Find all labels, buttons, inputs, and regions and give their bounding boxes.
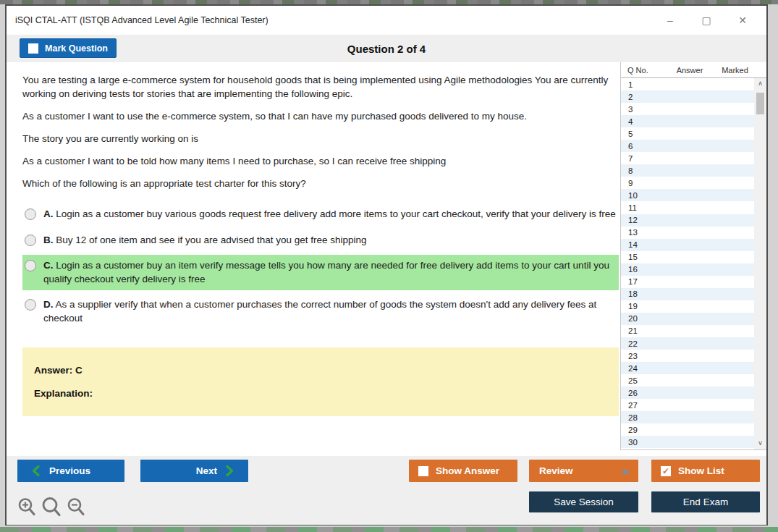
question-list-row[interactable]: 7: [621, 152, 754, 164]
question-list-row[interactable]: 25: [621, 374, 754, 387]
header-bar: Mark Question Question 2 of 4: [7, 35, 766, 62]
question-list-row[interactable]: 1: [621, 78, 754, 90]
option-c-text: C. Login as a customer buy an item verif…: [43, 259, 616, 286]
question-list-row[interactable]: 28: [621, 411, 754, 423]
question-list-row[interactable]: 21: [621, 325, 754, 337]
review-button[interactable]: Review: [529, 460, 638, 482]
question-list-row[interactable]: 11: [621, 201, 754, 214]
column-answer: Answer: [666, 66, 714, 75]
question-list-row[interactable]: 14: [621, 239, 754, 251]
option-d-body: As a supplier verify that when a custome…: [43, 299, 596, 324]
question-number: 17: [621, 277, 638, 286]
app-window: iSQI CTAL-ATT (ISTQB Advanced Level Agil…: [5, 4, 768, 525]
question-list-row[interactable]: 2: [621, 90, 754, 103]
question-number: 8: [621, 166, 633, 175]
save-session-label: Save Session: [554, 497, 614, 507]
question-list-scrollbar[interactable]: ∧ ∨: [754, 78, 766, 449]
close-icon[interactable]: ✕: [736, 14, 749, 27]
question-list-row[interactable]: 5: [621, 127, 754, 140]
question-list-row[interactable]: 22: [621, 337, 754, 350]
option-c-body: Login as a customer buy an item verify m…: [43, 260, 609, 284]
question-number: 21: [621, 326, 638, 335]
answer-box: Answer: C Explanation:: [22, 347, 619, 416]
question-list-row[interactable]: 4: [621, 115, 754, 127]
question-number: 2: [621, 93, 633, 101]
zoom-reset-icon[interactable]: [41, 497, 62, 518]
question-list-row[interactable]: 29: [621, 423, 754, 436]
question-list-row[interactable]: 10: [621, 189, 754, 201]
maximize-icon[interactable]: ▢: [700, 14, 713, 27]
scrollbar-thumb[interactable]: [756, 93, 764, 114]
question-list-body: 1234567891011121314151617181920212223242…: [621, 78, 754, 449]
question-number: 20: [621, 314, 638, 323]
question-number: 22: [621, 339, 638, 348]
question-list-row[interactable]: 6: [621, 140, 754, 152]
option-b-body: Buy 12 of one item and see if you are ad…: [56, 235, 366, 245]
option-d-radio[interactable]: [25, 299, 36, 311]
main-area: You are testing a large e-commerce syste…: [7, 62, 766, 456]
question-list-row[interactable]: 16: [621, 263, 754, 276]
end-exam-button[interactable]: End Exam: [651, 491, 760, 512]
question-number: 29: [621, 426, 638, 434]
question-number: 19: [621, 302, 638, 311]
question-number: 24: [621, 364, 638, 373]
question-number: 14: [621, 240, 638, 249]
option-b-radio[interactable]: [25, 235, 36, 246]
question-list-row[interactable]: 8: [621, 164, 754, 177]
question-number: 28: [621, 413, 638, 422]
question-number: 18: [621, 290, 638, 298]
column-qno: Q No.: [621, 66, 666, 75]
question-list-row[interactable]: 3: [621, 103, 754, 115]
option-a-radio[interactable]: [25, 208, 36, 220]
save-session-button[interactable]: Save Session: [529, 491, 638, 512]
question-list-row[interactable]: 17: [621, 276, 754, 288]
question-number: 12: [621, 216, 638, 224]
question-list-row[interactable]: 27: [621, 399, 754, 411]
option-c[interactable]: C. Login as a customer buy an item verif…: [22, 255, 619, 290]
option-a[interactable]: A. Login as a customer buy various goods…: [22, 203, 619, 226]
question-list-row[interactable]: 30: [621, 436, 754, 448]
minimize-icon[interactable]: –: [664, 14, 677, 27]
question-list-row[interactable]: 24: [621, 362, 754, 374]
option-b[interactable]: B. Buy 12 of one item and see if you are…: [22, 229, 619, 252]
question-list-panel: Q No. Answer Marked 12345678910111213141…: [620, 62, 766, 450]
zoom-out-icon[interactable]: [67, 497, 85, 517]
question-list-row[interactable]: 19: [621, 300, 754, 313]
mark-question-button[interactable]: Mark Question: [20, 38, 117, 58]
option-c-radio[interactable]: [25, 260, 36, 271]
scroll-up-icon[interactable]: ∧: [754, 78, 766, 90]
question-list-row[interactable]: 9: [621, 177, 754, 189]
question-list-row[interactable]: 20: [621, 313, 754, 325]
question-number: 15: [621, 253, 638, 261]
chevron-left-icon: [32, 465, 40, 476]
footer-bar: Previous Next Show Answer Review ✓ Show …: [7, 456, 766, 525]
mark-question-checkbox[interactable]: [28, 43, 38, 54]
show-answer-checkbox[interactable]: [418, 466, 428, 476]
question-list-row[interactable]: 23: [621, 350, 754, 362]
question-number: 1: [621, 80, 633, 89]
question-number: 16: [621, 265, 638, 274]
mark-question-label: Mark Question: [45, 43, 108, 54]
previous-button[interactable]: Previous: [17, 460, 124, 482]
option-b-text: B. Buy 12 of one item and see if you are…: [43, 234, 367, 248]
option-d-letter: D.: [43, 299, 54, 310]
question-number: 27: [621, 401, 638, 410]
question-area: You are testing a large e-commerce syste…: [7, 62, 620, 456]
zoom-in-icon[interactable]: [17, 497, 36, 517]
question-paragraph: You are testing a large e-commerce syste…: [22, 73, 619, 101]
question-number: 9: [621, 179, 633, 187]
question-list-body-wrap: 1234567891011121314151617181920212223242…: [621, 78, 766, 449]
show-list-checkbox[interactable]: ✓: [661, 466, 671, 476]
previous-label: Previous: [49, 465, 90, 476]
question-list-row[interactable]: 18: [621, 288, 754, 300]
show-list-button[interactable]: ✓ Show List: [651, 460, 760, 482]
show-answer-button[interactable]: Show Answer: [409, 460, 517, 482]
question-list-row[interactable]: 12: [621, 214, 754, 227]
option-d[interactable]: D. As a supplier verify that when a cust…: [22, 294, 619, 329]
scroll-down-icon[interactable]: ∨: [754, 438, 766, 449]
option-a-text: A. Login as a customer buy various goods…: [43, 208, 616, 221]
question-list-row[interactable]: 26: [621, 387, 754, 399]
next-button[interactable]: Next: [140, 460, 248, 482]
question-list-row[interactable]: 15: [621, 251, 754, 263]
question-list-row[interactable]: 13: [621, 227, 754, 239]
